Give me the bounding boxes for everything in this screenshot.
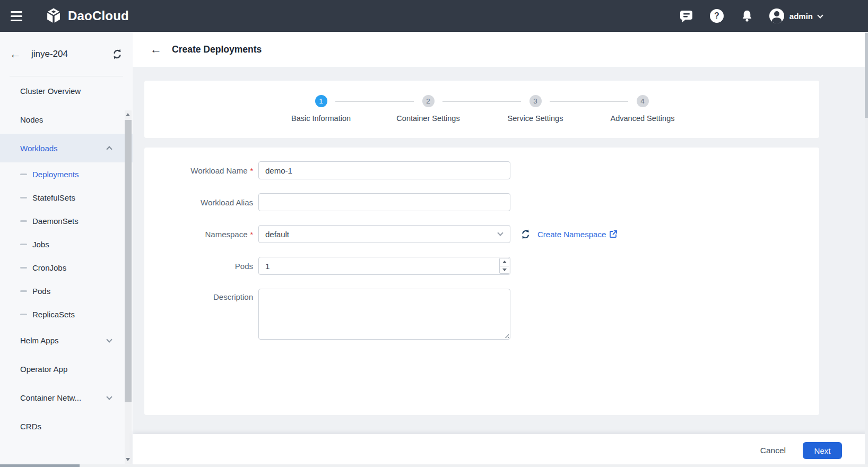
notifications-button[interactable] <box>739 8 755 24</box>
description-label: Description <box>144 289 253 301</box>
pods-row: Pods <box>144 257 819 275</box>
step-label: Basic Information <box>267 114 375 123</box>
sidebar-item-label: CRDs <box>20 422 41 431</box>
step-service-settings[interactable]: 3 Service Settings <box>482 95 589 123</box>
step-container-settings[interactable]: 2 Container Settings <box>375 95 482 123</box>
brand-name: DaoCloud <box>68 8 129 23</box>
sidebar-back-button[interactable]: ← <box>10 48 21 60</box>
sidebar-item-cluster-overview[interactable]: Cluster Overview <box>0 76 133 105</box>
action-bar: Cancel Next <box>133 434 868 467</box>
chat-icon <box>679 9 693 23</box>
help-icon: ? <box>710 9 724 23</box>
sidebar-item-container-network[interactable]: Container Netw... <box>0 383 133 412</box>
step-label: Service Settings <box>482 114 589 123</box>
sidebar-item-label: StatefulSets <box>32 193 75 202</box>
sidebar-item-pods[interactable]: Pods <box>0 279 133 302</box>
sidebar-item-helm-apps[interactable]: Helm Apps <box>0 326 133 354</box>
increment-icon[interactable] <box>500 258 509 266</box>
description-row: Description <box>144 289 819 340</box>
step-advanced-settings[interactable]: 4 Advanced Settings <box>589 95 696 123</box>
sidebar-item-statefulsets[interactable]: StatefulSets <box>0 186 133 209</box>
cluster-name: jinye-204 <box>31 49 101 59</box>
namespace-label: Namespace* <box>144 230 253 239</box>
step-number: 4 <box>637 95 649 107</box>
user-menu[interactable]: admin <box>769 8 822 23</box>
messages-button[interactable] <box>679 8 695 24</box>
page-title: Create Deployments <box>172 44 262 55</box>
sidebar-item-label: Cluster Overview <box>20 87 81 96</box>
namespace-row: Namespace* default <box>144 225 819 243</box>
sidebar-item-label: Jobs <box>32 240 49 249</box>
next-button[interactable]: Next <box>803 442 842 459</box>
stepper-card: 1 Basic Information 2 Container Settings… <box>144 81 819 138</box>
sidebar-item-nodes[interactable]: Nodes <box>0 105 133 134</box>
help-button[interactable]: ? <box>709 8 725 24</box>
switch-cluster-icon[interactable] <box>111 48 123 60</box>
step-number: 3 <box>530 95 542 107</box>
menu-toggle-icon[interactable] <box>11 10 25 22</box>
sidebar-item-label: ReplicaSets <box>32 310 75 319</box>
sidebar-item-cronjobs[interactable]: CronJobs <box>0 256 133 279</box>
sidebar-item-crds[interactable]: CRDs <box>0 412 133 440</box>
sidebar-item-daemonsets[interactable]: DaemonSets <box>0 209 133 232</box>
step-label: Advanced Settings <box>589 114 696 123</box>
scrollbar-thumb[interactable] <box>125 120 132 402</box>
workload-name-label: Workload Name* <box>144 166 253 175</box>
create-namespace-label: Create Namespace <box>537 230 606 239</box>
sidebar-item-label: Deployments <box>32 170 79 179</box>
sidebar-item-label: Workloads <box>20 144 58 153</box>
scroll-up-icon[interactable] <box>126 113 130 116</box>
stepper: 1 Basic Information 2 Container Settings… <box>267 95 696 123</box>
sidebar-item-label: Helm Apps <box>20 336 59 345</box>
external-link-icon <box>609 230 618 238</box>
sidebar-item-operator-app[interactable]: Operator App <box>0 354 133 383</box>
chevron-up-icon <box>106 146 112 152</box>
page-header: ← Create Deployments <box>133 32 868 67</box>
scrollbar-thumb[interactable] <box>0 464 80 467</box>
scrollbar-thumb[interactable] <box>865 33 868 118</box>
sidebar-item-workloads[interactable]: Workloads <box>0 134 133 162</box>
sidebar-item-label: Pods <box>32 287 50 296</box>
sidebar-item-label: Container Netw... <box>20 393 81 402</box>
daocloud-cube-icon <box>45 7 63 25</box>
workload-name-input[interactable] <box>258 161 510 179</box>
description-textarea[interactable] <box>258 289 510 340</box>
pods-input[interactable] <box>258 257 510 275</box>
step-number: 2 <box>422 95 435 107</box>
brand-logo[interactable]: DaoCloud <box>45 7 129 25</box>
sidebar: ← jinye-204 Cluster Overview Nodes Workl… <box>0 32 133 467</box>
sidebar-menu: Cluster Overview Nodes Workloads Deploym… <box>0 76 133 440</box>
page-vertical-scrollbar[interactable] <box>865 0 868 467</box>
refresh-icon <box>520 229 531 240</box>
decrement-icon[interactable] <box>500 266 509 274</box>
namespace-select[interactable]: default <box>258 225 510 243</box>
sidebar-item-deployments[interactable]: Deployments <box>0 162 133 186</box>
workload-alias-label: Workload Alias <box>144 198 253 207</box>
workload-alias-input[interactable] <box>258 193 510 211</box>
refresh-namespaces-button[interactable] <box>520 229 531 240</box>
scroll-down-icon[interactable] <box>126 458 130 461</box>
chevron-down-icon <box>497 230 503 236</box>
dash-icon <box>20 314 27 315</box>
dash-icon <box>20 290 27 292</box>
top-header: DaoCloud ? <box>0 0 868 32</box>
pods-label: Pods <box>144 262 253 271</box>
sidebar-item-label: Nodes <box>20 115 43 124</box>
step-basic-information[interactable]: 1 Basic Information <box>267 95 375 123</box>
avatar <box>769 8 784 23</box>
dash-icon <box>20 174 27 175</box>
page-back-button[interactable]: ← <box>150 44 162 55</box>
sidebar-item-label: DaemonSets <box>32 217 79 226</box>
step-number: 1 <box>315 95 327 107</box>
content-area: 1 Basic Information 2 Container Settings… <box>133 67 868 434</box>
sidebar-scrollbar[interactable] <box>125 110 132 464</box>
namespace-selected-value: default <box>265 230 289 239</box>
page-horizontal-scrollbar[interactable] <box>0 464 868 467</box>
sidebar-item-jobs[interactable]: Jobs <box>0 232 133 256</box>
step-label: Container Settings <box>375 114 482 123</box>
create-namespace-link[interactable]: Create Namespace <box>537 230 618 239</box>
cancel-button[interactable]: Cancel <box>760 446 786 455</box>
username: admin <box>789 12 813 21</box>
sidebar-item-replicasets[interactable]: ReplicaSets <box>0 302 133 326</box>
workload-alias-row: Workload Alias <box>144 193 819 211</box>
